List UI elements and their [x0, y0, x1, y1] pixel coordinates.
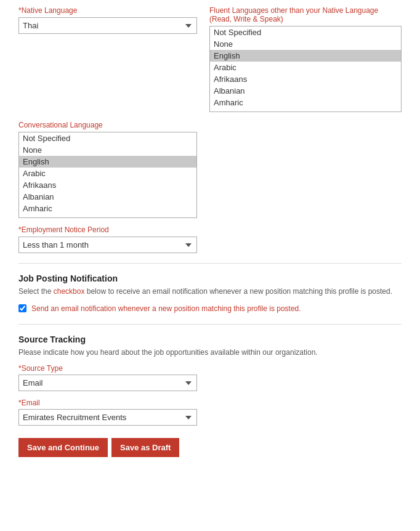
save-and-continue-button[interactable]: Save and Continue — [18, 438, 108, 457]
job-posting-desc: Select the checkbox below to receive an … — [18, 286, 402, 297]
fluent-lang-afrikaans[interactable]: Afrikaans — [210, 73, 401, 85]
source-type-field: *Source Type Email Job Board Referral Li… — [18, 364, 402, 391]
job-posting-checkbox-row: Send an email notification whenever a ne… — [18, 303, 402, 314]
email-field: *Email Emirates Recruitment Events Gener… — [18, 399, 402, 426]
conversational-language-listbox[interactable]: Not Specified None English Arabic Afrika… — [18, 132, 197, 218]
source-type-label: *Source Type — [18, 364, 402, 373]
fluent-lang-english[interactable]: English — [210, 50, 401, 62]
fluent-lang-amharic[interactable]: Amharic — [210, 97, 401, 108]
job-posting-section: Job Posting Notification Select the chec… — [18, 274, 402, 314]
fluent-lang-arabic[interactable]: Arabic — [210, 62, 401, 73]
source-tracking-section: Source Tracking Please indicate how you … — [18, 334, 402, 426]
section-divider — [18, 263, 402, 264]
conv-lang-afrikaans[interactable]: Afrikaans — [19, 179, 196, 191]
form-buttons: Save and Continue Save as Draft — [18, 438, 402, 457]
fluent-lang-not-specified[interactable]: Not Specified — [210, 26, 401, 38]
job-posting-checkbox[interactable] — [18, 304, 26, 312]
native-language-label: *Native Language — [18, 6, 197, 15]
save-as-draft-button[interactable]: Save as Draft — [111, 438, 179, 457]
source-type-select[interactable]: Email Job Board Referral LinkedIn Other — [18, 375, 197, 391]
section-divider-2 — [18, 324, 402, 325]
employment-notice-select[interactable]: Less than 1 month 1 month 2 months 3 mon… — [18, 237, 197, 253]
source-tracking-title: Source Tracking — [18, 334, 402, 344]
native-language-select[interactable]: Thai English Arabic French Spanish — [18, 17, 197, 34]
conv-lang-none[interactable]: None — [19, 144, 196, 156]
source-tracking-desc: Please indicate how you heard about the … — [18, 347, 402, 358]
fluent-lang-albanian[interactable]: Albanian — [210, 85, 401, 97]
conv-lang-armenian[interactable]: Armenian — [19, 214, 196, 218]
conv-lang-not-specified[interactable]: Not Specified — [19, 132, 196, 144]
job-posting-checkbox-label: Send an email notification whenever a ne… — [31, 303, 301, 314]
fluent-languages-listbox[interactable]: Not Specified None English Arabic Afrika… — [209, 26, 402, 112]
conv-lang-english[interactable]: English — [19, 156, 196, 168]
fluent-lang-armenian[interactable]: Armenian — [210, 108, 401, 112]
email-label: *Email — [18, 399, 402, 407]
employment-notice-label: *Employment Notice Period — [18, 225, 402, 234]
job-posting-title: Job Posting Notification — [18, 274, 402, 283]
fluent-languages-label: Fluent Languages other than your Native … — [209, 6, 402, 23]
conv-lang-arabic[interactable]: Arabic — [19, 168, 196, 179]
fluent-lang-none[interactable]: None — [210, 38, 401, 50]
conv-lang-amharic[interactable]: Amharic — [19, 203, 196, 214]
conv-lang-albanian[interactable]: Albanian — [19, 191, 196, 203]
conversational-language-label: Conversational Language — [18, 121, 402, 129]
email-select[interactable]: Emirates Recruitment Events General Noti… — [18, 409, 197, 426]
